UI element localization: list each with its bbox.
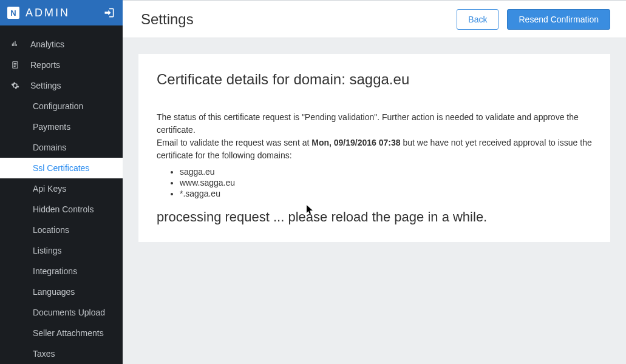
brand-label: ADMIN (26, 7, 70, 19)
login-icon[interactable] (103, 7, 115, 19)
document-icon (11, 61, 22, 69)
sidebar-item-locations[interactable]: Locations (0, 220, 123, 240)
content: Certificate details for domain: sagga.eu… (123, 38, 626, 258)
sidebar-item-documents-upload[interactable]: Documents Upload (0, 302, 123, 323)
processing-message: processing request ... please reload the… (157, 209, 592, 225)
sidebar-item-domains[interactable]: Domains (0, 137, 123, 158)
sidebar-item-languages[interactable]: Languages (0, 281, 123, 302)
brand-bar: N ADMIN (0, 0, 123, 25)
nav-label: Analytics (30, 39, 64, 49)
email-prefix: Email to validate the request was sent a… (157, 138, 311, 147)
brand[interactable]: N ADMIN (7, 7, 70, 19)
top-actions: Back Resend Confirmation (457, 9, 610, 30)
main: Settings Back Resend Confirmation Certif… (123, 0, 626, 364)
sidebar-item-hidden-controls[interactable]: Hidden Controls (0, 199, 123, 220)
topbar: Settings Back Resend Confirmation (123, 1, 626, 38)
sidebar-item-taxes[interactable]: Taxes (0, 343, 123, 364)
brand-logo-icon: N (7, 7, 19, 19)
page-title: Settings (141, 11, 194, 28)
sidebar-item-listings[interactable]: Listings (0, 240, 123, 261)
sidebar-item-ssl-certificates[interactable]: Ssl Certificates (0, 158, 123, 178)
sidebar-item-payments[interactable]: Payments (0, 116, 123, 137)
sidebar: N ADMIN Analytics Reports Settings Confi… (0, 0, 123, 364)
sidebar-item-integrations[interactable]: Integrations (0, 261, 123, 281)
card-title: Certificate details for domain: sagga.eu (157, 71, 592, 88)
bar-chart-icon (11, 40, 22, 49)
nav-label: Reports (30, 60, 60, 70)
email-timestamp: Mon, 09/19/2016 07:38 (311, 138, 400, 147)
domain-list-item: *.sagga.eu (180, 189, 592, 198)
sidebar-item-api-keys[interactable]: Api Keys (0, 178, 123, 199)
sidebar-item-configuration[interactable]: Configuration (0, 96, 123, 116)
nav-analytics[interactable]: Analytics (0, 34, 123, 55)
certificate-card: Certificate details for domain: sagga.eu… (138, 54, 610, 242)
sidebar-item-seller-attachments[interactable]: Seller Attachments (0, 323, 123, 343)
nav-reports[interactable]: Reports (0, 55, 123, 75)
domain-list-item: sagga.eu (180, 167, 592, 177)
gear-icon (11, 81, 22, 90)
back-button[interactable]: Back (457, 9, 498, 30)
nav-label: Settings (30, 81, 61, 90)
domain-list-item: www.sagga.eu (180, 178, 592, 187)
nav: Analytics Reports Settings Configuration… (0, 25, 123, 364)
nav-settings[interactable]: Settings (0, 75, 123, 96)
email-text: Email to validate the request was sent a… (157, 136, 592, 162)
status-text: The status of this certificate request i… (157, 111, 592, 136)
resend-confirmation-button[interactable]: Resend Confirmation (507, 9, 610, 30)
domain-list: sagga.euwww.sagga.eu*.sagga.eu (180, 167, 592, 198)
